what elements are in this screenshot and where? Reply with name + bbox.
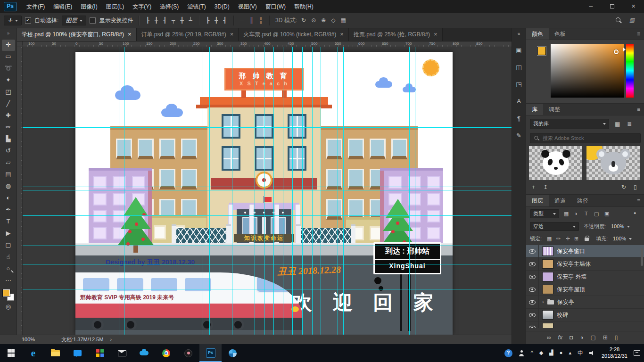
distribute-center-icon[interactable]: ╋	[214, 17, 219, 24]
guide-horizontal[interactable]	[23, 264, 512, 264]
align-center-icon[interactable]: ╂	[154, 17, 159, 24]
layer-row[interactable]: 保安亭窗口	[526, 245, 644, 258]
link-layers-icon[interactable]: ∞	[547, 334, 551, 341]
visibility-toggle[interactable]	[526, 309, 539, 321]
3d-rotate-icon[interactable]: ↻	[300, 17, 307, 24]
library-asset-panda[interactable]	[529, 146, 582, 180]
menu-view[interactable]: 视图(V)	[234, 0, 261, 13]
menu-select[interactable]: 选择(S)	[156, 0, 183, 13]
new-group-icon[interactable]: ▢	[590, 334, 595, 341]
visibility-toggle[interactable]	[526, 321, 539, 328]
auto-select-checkbox[interactable]: ✓	[25, 17, 31, 24]
visibility-toggle[interactable]	[526, 271, 539, 283]
vertical-ruler[interactable]	[17, 47, 23, 335]
panel-menu-icon[interactable]: ≡	[637, 31, 640, 38]
guide-horizontal[interactable]	[23, 187, 512, 187]
show-transform-checkbox[interactable]	[90, 17, 96, 24]
menu-layer[interactable]: 图层(L)	[102, 0, 129, 13]
app-grid-taskbar-icon[interactable]	[89, 344, 111, 362]
hidden-icons-caret[interactable]: ^	[531, 350, 533, 356]
chrome-taskbar-icon[interactable]	[155, 344, 177, 362]
expand-group-icon[interactable]: ›	[542, 299, 544, 305]
tab-order-psd[interactable]: 订单.psd @ 25% (20:19, RGB/8#) ×	[137, 28, 239, 41]
library-select-dropdown[interactable]: 我的库	[530, 119, 609, 129]
layer-group-row[interactable]: › 保安亭	[526, 296, 644, 309]
quick-mask-button[interactable]: ◎	[2, 302, 15, 313]
align-top-icon[interactable]: ┯	[171, 17, 176, 24]
layer-row[interactable]: 保安亭屋顶	[526, 283, 644, 296]
guide-horizontal[interactable]	[23, 127, 512, 128]
foreground-color-swatch[interactable]	[3, 289, 10, 296]
search-icon[interactable]	[616, 17, 622, 24]
menu-help[interactable]: 帮助(H)	[290, 0, 318, 13]
status-expander-icon[interactable]: ›	[110, 337, 112, 343]
info-panel-icon[interactable]: ◳	[516, 81, 521, 88]
guide-horizontal[interactable]	[23, 215, 512, 216]
chat-app-taskbar-icon[interactable]	[66, 344, 89, 362]
hue-slider[interactable]	[626, 44, 634, 98]
horizontal-ruler[interactable]: 100 50 0 50 100 150 200 250 300 350 400 …	[23, 41, 512, 47]
tab-paths[interactable]: 路径	[571, 195, 594, 206]
help-icon[interactable]: ?	[504, 349, 512, 357]
blend-mode-dropdown[interactable]: 穿透	[530, 222, 579, 231]
fill-value[interactable]: 100%	[613, 236, 626, 242]
file-explorer-taskbar-icon[interactable]	[44, 344, 66, 362]
minimize-button[interactable]: ─	[580, 0, 602, 13]
language-indicator[interactable]: 中	[578, 350, 583, 357]
eraser-tool[interactable]: ▱	[2, 157, 15, 169]
opacity-value[interactable]: 100%	[611, 223, 624, 230]
3d-pan-icon[interactable]: ⊕	[320, 17, 327, 24]
rectangular-marquee-tool[interactable]: ▭	[2, 51, 15, 63]
panel-menu-icon[interactable]: ≡	[637, 197, 640, 205]
guide-vertical[interactable]	[415, 47, 415, 335]
lock-transparency-icon[interactable]: ▦	[547, 236, 552, 242]
guide-vertical[interactable]	[264, 47, 264, 335]
tab-trainticket-psd[interactable]: 火车票.psd @ 100% (ticket, RGB/8#) ×	[239, 28, 349, 41]
library-grid-view-icon[interactable]: ▦	[615, 121, 620, 128]
move-tool[interactable]: ✛	[2, 40, 15, 51]
guide-vertical[interactable]	[273, 47, 274, 335]
tab-grabticket-psd[interactable]: 抢票.psd @ 25% (抢, RGB/8#) ×	[349, 28, 443, 41]
user-icon[interactable]	[519, 350, 525, 356]
guide-vertical[interactable]	[283, 47, 283, 335]
arrange-icon-1[interactable]: ═	[239, 17, 246, 24]
menu-image[interactable]: 图像(I)	[76, 0, 101, 13]
close-icon[interactable]: ×	[434, 31, 438, 38]
guide-horizontal[interactable]	[23, 289, 512, 289]
guide-vertical[interactable]	[203, 47, 203, 335]
design-app-taskbar-icon[interactable]	[222, 344, 244, 362]
edge-taskbar-icon[interactable]: e	[22, 344, 44, 362]
lock-pixels-icon[interactable]: ✏	[556, 236, 561, 242]
layer-row[interactable]: 校碑	[526, 309, 644, 321]
collapse-tools-icon[interactable]: »	[0, 28, 17, 39]
menu-3d[interactable]: 3D(D)	[210, 0, 234, 13]
delete-layer-icon[interactable]: ▯	[615, 334, 618, 341]
menu-filter[interactable]: 滤镜(T)	[183, 0, 210, 13]
path-selection-tool[interactable]: ▶	[2, 228, 15, 239]
guide-vertical[interactable]	[255, 47, 255, 335]
filter-pixel-icon[interactable]: ▦	[564, 211, 569, 217]
photoshop-taskbar-icon[interactable]: Ps	[199, 344, 222, 362]
menu-type[interactable]: 文字(Y)	[128, 0, 156, 13]
lasso-tool[interactable]: ➰	[2, 63, 15, 74]
align-middle-icon[interactable]: ╋	[179, 17, 184, 24]
restore-button[interactable]	[602, 0, 623, 13]
visibility-toggle[interactable]	[526, 296, 539, 308]
crop-tool[interactable]: ◰	[2, 87, 15, 98]
brush-tool[interactable]: ✏	[2, 122, 15, 133]
3d-roll-icon[interactable]: ⊙	[310, 17, 317, 24]
filter-adjustment-icon[interactable]: ◑	[574, 211, 578, 217]
guide-vertical[interactable]	[343, 47, 344, 335]
layer-filter-dropdown[interactable]: 类型	[530, 209, 559, 218]
library-sync-icon[interactable]: ↻	[621, 184, 626, 191]
mail-taskbar-icon[interactable]	[111, 344, 133, 362]
visibility-toggle[interactable]	[526, 283, 539, 296]
guide-vertical[interactable]	[312, 47, 313, 335]
library-list-view-icon[interactable]: ≣	[627, 121, 632, 128]
update-tray-icon[interactable]: ▴	[569, 350, 571, 356]
lock-all-icon[interactable]	[585, 238, 589, 241]
tab-adjustments[interactable]: 调整	[543, 104, 566, 115]
lock-artboard-icon[interactable]: ⊞	[574, 236, 578, 242]
filter-toggle-icon[interactable]: ●	[634, 211, 636, 216]
tab-color[interactable]: 颜色	[526, 28, 549, 40]
